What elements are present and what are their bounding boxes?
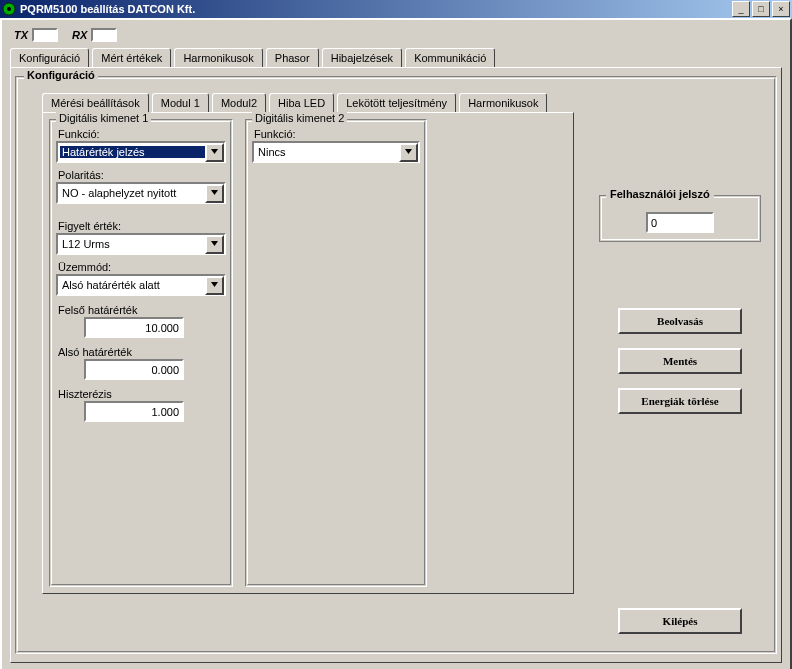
titlebar: PQRM5100 beállítás DATCON Kft. _ □ ×: [0, 0, 792, 18]
tab-hiba-led[interactable]: Hiba LED: [269, 93, 334, 112]
chevron-down-icon[interactable]: [205, 184, 224, 203]
tx-label: TX: [14, 29, 28, 41]
tx-led: [32, 28, 58, 42]
dig1-also-input[interactable]: 0.000: [84, 359, 184, 380]
dig1-uzemmod-label: Üzemmód:: [58, 261, 226, 273]
txrx-panel: TX RX: [14, 28, 782, 42]
chevron-down-icon[interactable]: [205, 143, 224, 162]
password-input[interactable]: 0: [646, 212, 714, 233]
dig1-felso-label: Felső határérték: [58, 304, 226, 316]
close-button[interactable]: ×: [772, 1, 790, 17]
tab-kommunikacio[interactable]: Kommunikáció: [405, 48, 495, 67]
dig1-uzemmod-select[interactable]: Alsó határérték alatt: [56, 274, 226, 296]
exit-button[interactable]: Kilépés: [618, 608, 742, 634]
dig2-funkcio-value: Nincs: [256, 146, 399, 158]
tab-phasor[interactable]: Phasor: [266, 48, 319, 67]
dig1-uzemmod-value: Alsó határérték alatt: [60, 279, 205, 291]
svg-marker-4: [211, 241, 218, 246]
chevron-down-icon[interactable]: [205, 276, 224, 295]
tab-lekotott-teljesitmeny[interactable]: Lekötött teljesítmény: [337, 93, 456, 112]
dig1-polaritas-select[interactable]: NO - alaphelyzet nyitott: [56, 182, 226, 204]
dig1-figyelt-select[interactable]: L12 Urms: [56, 233, 226, 255]
app-icon: [2, 2, 16, 16]
dig1-funkcio-value: Határérték jelzés: [60, 146, 205, 158]
dig1-funkcio-select[interactable]: Határérték jelzés: [56, 141, 226, 163]
tab-meresi-beallitasok[interactable]: Mérési beállítások: [42, 93, 149, 112]
dig2-funkcio-label: Funkció:: [254, 128, 420, 140]
dig1-also-label: Alsó határérték: [58, 346, 226, 358]
tab-harmonikusok-inner[interactable]: Harmonikusok: [459, 93, 547, 112]
maximize-button[interactable]: □: [752, 1, 770, 17]
dig1-figyelt-label: Figyelt érték:: [58, 220, 226, 232]
svg-marker-5: [211, 282, 218, 287]
svg-marker-6: [405, 149, 412, 154]
svg-point-1: [7, 7, 11, 11]
dig1-hiszt-input[interactable]: 1.000: [84, 401, 184, 422]
chevron-down-icon[interactable]: [205, 235, 224, 254]
password-label: Felhasználói jelszó: [606, 188, 714, 200]
digitalis-kimenet-1: Digitális kimenet 1 Funkció: Határérték …: [49, 119, 233, 587]
read-button[interactable]: Beolvasás: [618, 308, 742, 334]
group-title: Konfiguráció: [24, 69, 98, 81]
rx-led: [91, 28, 117, 42]
save-button[interactable]: Mentés: [618, 348, 742, 374]
tab-hibajelzesek[interactable]: Hibajelzések: [322, 48, 402, 67]
svg-marker-2: [211, 149, 218, 154]
password-field: Felhasználói jelszó 0: [599, 195, 761, 242]
dig1-title: Digitális kimenet 1: [56, 112, 151, 124]
dig2-funkcio-select[interactable]: Nincs: [252, 141, 420, 163]
chevron-down-icon[interactable]: [399, 143, 418, 162]
dig1-felso-input[interactable]: 10.000: [84, 317, 184, 338]
dig1-polaritas-label: Polaritás:: [58, 169, 226, 181]
dig1-hiszt-label: Hiszterézis: [58, 388, 226, 400]
rx-label: RX: [72, 29, 87, 41]
dig2-title: Digitális kimenet 2: [252, 112, 347, 124]
minimize-button[interactable]: _: [732, 1, 750, 17]
digitalis-kimenet-2: Digitális kimenet 2 Funkció: Nincs: [245, 119, 427, 587]
svg-marker-3: [211, 190, 218, 195]
tab-harmonikusok[interactable]: Harmonikusok: [174, 48, 262, 67]
tab-konfiguracio[interactable]: Konfiguráció: [10, 48, 89, 67]
erase-energy-button[interactable]: Energiák törlése: [618, 388, 742, 414]
dig1-funkcio-label: Funkció:: [58, 128, 226, 140]
tab-modul1[interactable]: Modul 1: [152, 93, 209, 112]
tab-modul2[interactable]: Modul2: [212, 93, 266, 112]
dig1-figyelt-value: L12 Urms: [60, 238, 205, 250]
dig1-polaritas-value: NO - alaphelyzet nyitott: [60, 187, 205, 199]
tab-mert-ertekek[interactable]: Mért értékek: [92, 48, 171, 67]
window-title: PQRM5100 beállítás DATCON Kft.: [20, 3, 730, 15]
